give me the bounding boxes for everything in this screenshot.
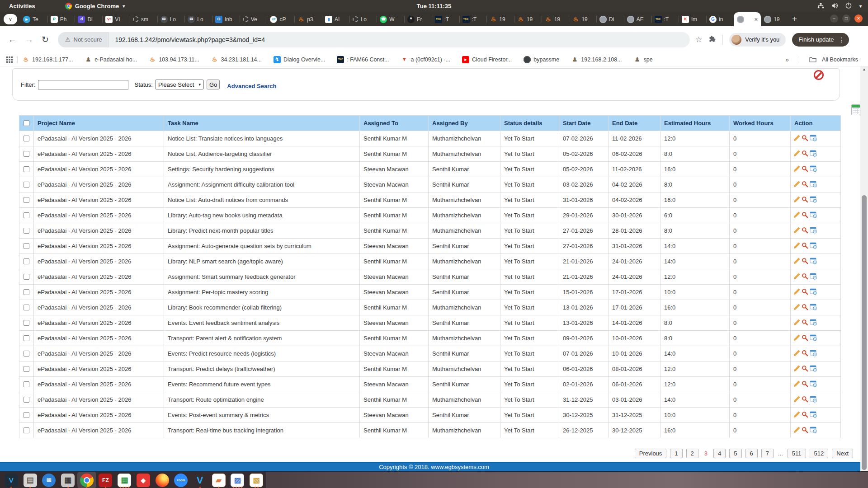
browser-tab[interactable]: Te	[20, 12, 47, 26]
dock-item-chrome[interactable]	[77, 472, 96, 488]
row-checkbox[interactable]	[24, 305, 29, 310]
view-magnifier-icon[interactable]	[802, 273, 808, 281]
view-magnifier-icon[interactable]	[802, 181, 808, 189]
timesheet-calendar-icon[interactable]	[810, 304, 817, 312]
extensions-icon[interactable]	[708, 36, 716, 43]
dock-item-libreoffice-calc[interactable]	[115, 472, 134, 488]
apps-grid-icon[interactable]	[6, 56, 13, 63]
bookmark-item[interactable]: e-Padasalai ho...	[85, 56, 137, 63]
bookmark-item[interactable]: spe	[634, 56, 653, 63]
next-page-button[interactable]: Next	[832, 449, 853, 458]
finish-update-button[interactable]: Finish update ⋮	[792, 33, 849, 47]
new-tab-button[interactable]: +	[792, 14, 797, 24]
browser-tab[interactable]: Lo	[184, 12, 212, 26]
profile-button[interactable]: Verify it's you	[729, 33, 786, 47]
browser-tab[interactable]: 19	[542, 12, 569, 26]
bookmark-item[interactable]: a (0cf092c1) ·...	[401, 56, 450, 63]
row-checkbox[interactable]	[24, 381, 29, 387]
row-checkbox[interactable]	[24, 351, 29, 357]
row-checkbox[interactable]	[24, 182, 29, 188]
activities-button[interactable]: Activities	[6, 3, 38, 9]
dock-item-filezilla[interactable]	[96, 472, 115, 488]
timesheet-calendar-icon[interactable]	[810, 380, 817, 389]
status-select[interactable]: Please Select ▾	[155, 80, 204, 89]
row-checkbox[interactable]	[24, 151, 29, 157]
browser-tab[interactable]: Inb	[212, 12, 240, 26]
browser-tab[interactable]: Ve	[240, 12, 267, 26]
view-magnifier-icon[interactable]	[802, 319, 808, 327]
edit-pencil-icon[interactable]	[793, 319, 800, 327]
edit-pencil-icon[interactable]	[793, 181, 800, 189]
browser-tab[interactable]: Ph	[47, 12, 75, 26]
edit-pencil-icon[interactable]	[793, 411, 800, 419]
browser-tab[interactable]: 19	[761, 12, 788, 26]
view-magnifier-icon[interactable]	[802, 288, 808, 296]
dock-item-firefox[interactable]	[153, 472, 172, 488]
view-magnifier-icon[interactable]	[802, 258, 808, 266]
browser-tab[interactable]: :T	[651, 12, 679, 26]
timesheet-calendar-icon[interactable]	[810, 242, 817, 250]
bookmark-item[interactable]: 34.231.181.14...	[211, 56, 262, 63]
bookmark-item[interactable]: bypassme	[524, 56, 559, 63]
page-button[interactable]: 2	[686, 449, 698, 458]
minimize-button[interactable]: –	[830, 14, 838, 23]
view-magnifier-icon[interactable]	[802, 380, 808, 389]
scrollbar-up-arrow[interactable]: ▲	[860, 67, 868, 71]
dock-item-vscode-dark[interactable]	[2, 472, 21, 488]
row-checkbox[interactable]	[24, 228, 29, 234]
view-magnifier-icon[interactable]	[802, 365, 808, 373]
page-button[interactable]: 5	[729, 449, 741, 458]
dock-item-calculator[interactable]	[58, 472, 77, 488]
dock-item-libreoffice-writer[interactable]	[247, 472, 266, 488]
browser-tab[interactable]: im	[679, 12, 706, 26]
view-magnifier-icon[interactable]	[802, 411, 808, 419]
edit-pencil-icon[interactable]	[793, 242, 800, 250]
view-magnifier-icon[interactable]	[802, 396, 808, 404]
previous-page-button[interactable]: Previous	[635, 449, 667, 458]
view-magnifier-icon[interactable]	[802, 150, 808, 158]
timesheet-calendar-icon[interactable]	[810, 196, 817, 204]
view-magnifier-icon[interactable]	[802, 227, 808, 235]
edit-pencil-icon[interactable]	[793, 380, 800, 389]
bookmark-item[interactable]: 103.94.173.11...	[149, 56, 199, 63]
browser-tab[interactable]: 19	[486, 12, 514, 26]
browser-tab[interactable]: :T	[432, 12, 459, 26]
edit-pencil-icon[interactable]	[793, 396, 800, 404]
edit-pencil-icon[interactable]	[793, 427, 800, 435]
timesheet-calendar-icon[interactable]	[810, 165, 817, 174]
menu-kebab-icon[interactable]: ⋮	[838, 36, 844, 43]
timesheet-calendar-icon[interactable]	[810, 273, 817, 281]
page-button[interactable]: 1	[670, 449, 682, 458]
edit-pencil-icon[interactable]	[793, 227, 800, 235]
view-magnifier-icon[interactable]	[802, 196, 808, 204]
view-magnifier-icon[interactable]	[802, 211, 808, 220]
close-button[interactable]: ×	[854, 14, 863, 23]
dock-item-libreoffice-impress[interactable]	[209, 472, 228, 488]
forward-button[interactable]: →	[25, 35, 33, 45]
timesheet-calendar-icon[interactable]	[810, 150, 817, 158]
edit-pencil-icon[interactable]	[793, 273, 800, 281]
view-magnifier-icon[interactable]	[802, 135, 808, 143]
maximize-button[interactable]: □	[842, 14, 850, 23]
timesheet-calendar-icon[interactable]	[810, 334, 817, 343]
edit-pencil-icon[interactable]	[793, 165, 800, 174]
timesheet-calendar-icon[interactable]	[810, 396, 817, 404]
row-checkbox[interactable]	[24, 366, 29, 372]
browser-tab[interactable]: W	[377, 12, 404, 26]
edit-pencil-icon[interactable]	[793, 211, 800, 220]
browser-tab[interactable]: p3	[294, 12, 322, 26]
view-magnifier-icon[interactable]	[802, 304, 808, 312]
go-button[interactable]: Go	[207, 80, 220, 89]
address-bar[interactable]: ⚠ Not secure 192.168.1.242/pmo/viewtask.…	[58, 32, 690, 47]
browser-tab[interactable]: 19	[569, 12, 596, 26]
dock-item-thunderbird[interactable]	[39, 472, 58, 488]
dock-item-vscode[interactable]	[190, 472, 209, 488]
scrollbar[interactable]: ▲	[860, 66, 868, 471]
view-magnifier-icon[interactable]	[802, 334, 808, 343]
edit-pencil-icon[interactable]	[793, 334, 800, 343]
browser-tab[interactable]: Lo	[349, 12, 377, 26]
timesheet-calendar-icon[interactable]	[810, 181, 817, 189]
browser-tab[interactable]: in	[706, 12, 734, 26]
dock-item-zoom[interactable]	[171, 472, 190, 488]
app-menu[interactable]: Google Chrome ▾	[65, 3, 125, 9]
